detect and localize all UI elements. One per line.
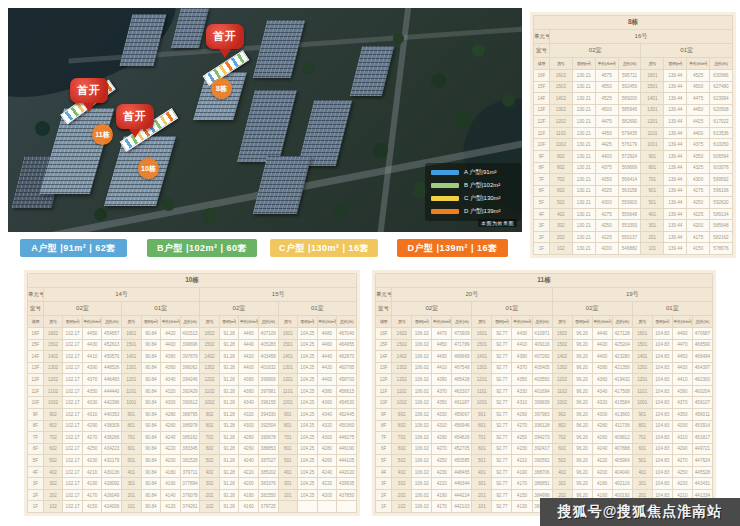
table-row: 6F602102.17425043422360190.8442203833456… (28, 443, 357, 455)
cell: 601 (278, 443, 298, 455)
cell: 202 (392, 489, 412, 501)
cell: 407260 (532, 351, 552, 363)
table-row: 9F902130.214400572924901139.444350606564 (534, 150, 733, 162)
cell: 106.02 (412, 489, 432, 501)
cell: 91.28 (219, 397, 239, 409)
cell: 4340 (317, 408, 337, 420)
cell: 446190 (337, 443, 357, 455)
column-header: 单价(元/m²) (687, 58, 710, 70)
price-table-building-11: 11栋单元号20号19号室号02室01室02室01室楼层房号面积(m²)单价(元… (372, 270, 716, 516)
cell: 501 (122, 455, 142, 467)
cell: 96.20 (572, 455, 592, 467)
cell: 139.44 (664, 104, 687, 116)
cell: 4340 (239, 397, 259, 409)
cell: 16F (376, 328, 392, 340)
cell: 902 (200, 408, 220, 420)
cell: 4320 (239, 408, 259, 420)
cell: 4220 (239, 466, 259, 478)
table-row: 13F1302106.024410467548130192.7743704054… (376, 362, 713, 374)
cell: 4275 (687, 185, 710, 197)
cell: 383376 (258, 478, 278, 490)
cell: 301 (122, 478, 142, 490)
cell: 449721 (692, 443, 712, 455)
cell: 106.02 (412, 478, 432, 490)
cell: 377894 (180, 478, 200, 490)
column-header: 单价(元/m²) (672, 316, 692, 328)
cell: 401513 (180, 328, 200, 340)
cell: 4400 (317, 374, 337, 386)
cell: 1602 (200, 328, 220, 340)
cell: 90.84 (141, 466, 161, 478)
cell: 4200 (161, 455, 181, 467)
price-table-building-10: 10栋单元号14号15号室号02室01室02室01室楼层房号面积(m²)单价(元… (24, 270, 360, 516)
column-header: 面积(m²) (63, 316, 83, 328)
cell: 104.25 (298, 397, 318, 409)
cell: 1501 (278, 339, 298, 351)
banner-unit-type-d: D户型 |139m² | 16套 (397, 239, 508, 257)
cell: 91.28 (219, 339, 239, 351)
cell: 592456 (618, 81, 641, 93)
cell: 4220 (592, 455, 612, 467)
unit-type-legend: A 户型|91m²B 户型|102m²C 户型|130m²D 户型|139m² (425, 163, 521, 221)
cell: 1402 (552, 351, 572, 363)
cell: 4410 (82, 351, 102, 363)
table-row: 7F702102.17427043626670190.8442403851627… (28, 432, 357, 444)
cell: 502 (200, 455, 220, 467)
cell: 589134 (710, 208, 733, 220)
cell (337, 501, 357, 513)
table-row: 14F1402102.174410450570140190.8443803978… (28, 351, 357, 363)
cell: 1401 (632, 351, 652, 363)
cell: 1002 (200, 397, 220, 409)
cell: 4450 (687, 104, 710, 116)
cell: 443431 (692, 478, 712, 490)
cell: 4300 (161, 397, 181, 409)
cell: 4460 (317, 339, 337, 351)
cell: 92.77 (492, 455, 512, 467)
cell: 4300 (595, 197, 618, 209)
cell: 1202 (392, 374, 412, 386)
cell: 92.77 (492, 397, 512, 409)
first-open-badge: 首开 (70, 78, 108, 103)
cell: 4500 (595, 104, 618, 116)
cell: 702 (200, 432, 220, 444)
cell: 1602 (549, 70, 572, 82)
cell: 388795 (180, 408, 200, 420)
cell: 4500 (687, 81, 710, 93)
cell: 376078 (180, 489, 200, 501)
cell: 4300 (687, 174, 710, 186)
cell: 462870 (337, 351, 357, 363)
cell: 4360 (317, 397, 337, 409)
cell: 1401 (641, 93, 664, 105)
cell: 436266 (102, 432, 122, 444)
cell: 104.83 (652, 408, 672, 420)
cell: 4310 (672, 432, 692, 444)
cell: 102 (200, 501, 220, 513)
cell: 4260 (239, 443, 259, 455)
cell: 4200 (592, 466, 612, 478)
cell: 902 (549, 150, 572, 162)
cell: 4525 (595, 93, 618, 105)
cell: 467548 (452, 362, 472, 374)
cell: 1401 (122, 351, 142, 363)
cell: 8F (534, 162, 550, 174)
cell: 802 (549, 162, 572, 174)
cell: 4420 (317, 362, 337, 374)
building-number-label-11: 11栋 (92, 124, 113, 145)
building-number-label-8: 8栋 (211, 78, 232, 99)
cell: 417508 (612, 385, 632, 397)
cell: 201 (278, 489, 298, 501)
cell: 1102 (552, 385, 572, 397)
cell: 92.77 (492, 408, 512, 420)
cell: 6F (534, 185, 550, 197)
cell: 91.28 (219, 351, 239, 363)
cell: 610050 (710, 139, 733, 151)
cell: 4330 (82, 397, 102, 409)
cell: 4370 (672, 397, 692, 409)
cell: 1601 (278, 328, 298, 340)
table-title: 10栋 (28, 274, 357, 288)
column-header: 面积(m²) (652, 316, 672, 328)
cell: 4150 (687, 243, 710, 255)
cell: 102 (392, 501, 412, 513)
column-header: 总价(元) (532, 316, 552, 328)
cell: 387027 (258, 455, 278, 467)
